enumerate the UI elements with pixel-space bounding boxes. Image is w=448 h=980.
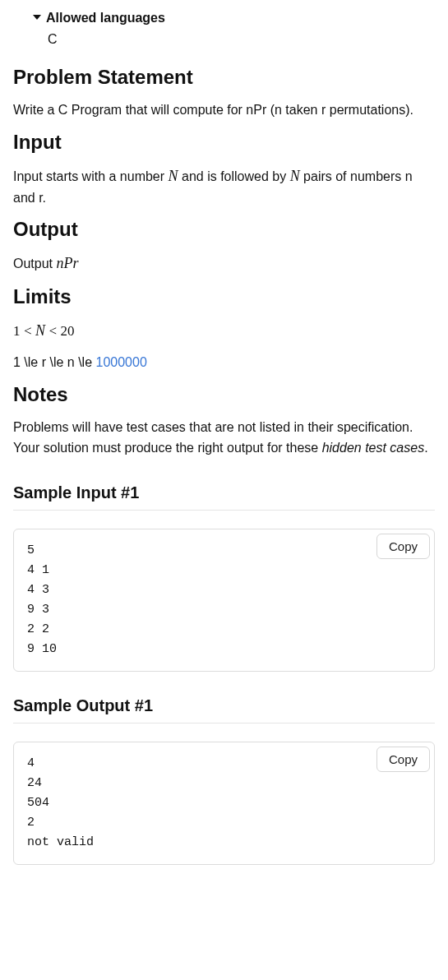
notes-text-post: . (424, 441, 427, 455)
copy-button[interactable]: Copy (376, 747, 430, 772)
notes-text-italic: hidden test cases (322, 441, 425, 455)
output-text-pre: Output (13, 257, 56, 270)
copy-button[interactable]: Copy (376, 534, 430, 559)
heading-limits: Limits (13, 282, 435, 312)
allowed-languages-title: Allowed languages (46, 8, 165, 28)
sample-input-1-code: 5 4 1 4 3 9 3 2 2 9 10 (27, 541, 421, 659)
limits-2-text: 1 \le r \le n \le (13, 355, 96, 369)
input-text-mid: and is followed by (178, 169, 290, 183)
limits-1-twenty: 20 (61, 323, 75, 339)
input-text-pre: Input starts with a number (13, 169, 169, 183)
math-nPr: nPr (56, 255, 78, 271)
heading-notes: Notes (13, 380, 435, 409)
limits-line-2: 1 \le r \le n \le 1000000 (13, 353, 435, 373)
allowed-languages-body: C (13, 28, 435, 49)
limits-1-lt2: < (48, 323, 57, 339)
sample-output-1-box: Copy 4 24 504 2 not valid (13, 742, 435, 865)
heading-input: Input (13, 127, 435, 157)
sample-input-1-box: Copy 5 4 1 4 3 9 3 2 2 9 10 (13, 529, 435, 672)
chevron-down-icon (31, 12, 43, 25)
allowed-languages-toggle[interactable]: Allowed languages (13, 8, 435, 28)
rule (13, 510, 435, 511)
heading-output: Output (13, 215, 435, 244)
limits-link[interactable]: 1000000 (96, 355, 147, 369)
limits-1-num: 1 (13, 323, 21, 339)
problem-statement-text: Write a C Program that will compute for … (13, 100, 435, 121)
limits-1-lt1: < (24, 323, 32, 339)
notes-text: Problems will have test cases that are n… (13, 418, 435, 459)
math-var-N-2: N (290, 168, 300, 184)
limits-line-1: 1 < N < 20 (13, 320, 435, 343)
heading-sample-input-1: Sample Input #1 (13, 480, 435, 505)
heading-sample-output-1: Sample Output #1 (13, 693, 435, 718)
output-description: Output nPr (13, 252, 435, 275)
heading-problem-statement: Problem Statement (13, 62, 435, 92)
math-var-N: N (169, 168, 178, 184)
sample-output-1-code: 4 24 504 2 not valid (27, 754, 421, 853)
rule (13, 723, 435, 723)
limits-1-N: N (35, 322, 45, 339)
input-description: Input starts with a number N and is foll… (13, 165, 435, 209)
